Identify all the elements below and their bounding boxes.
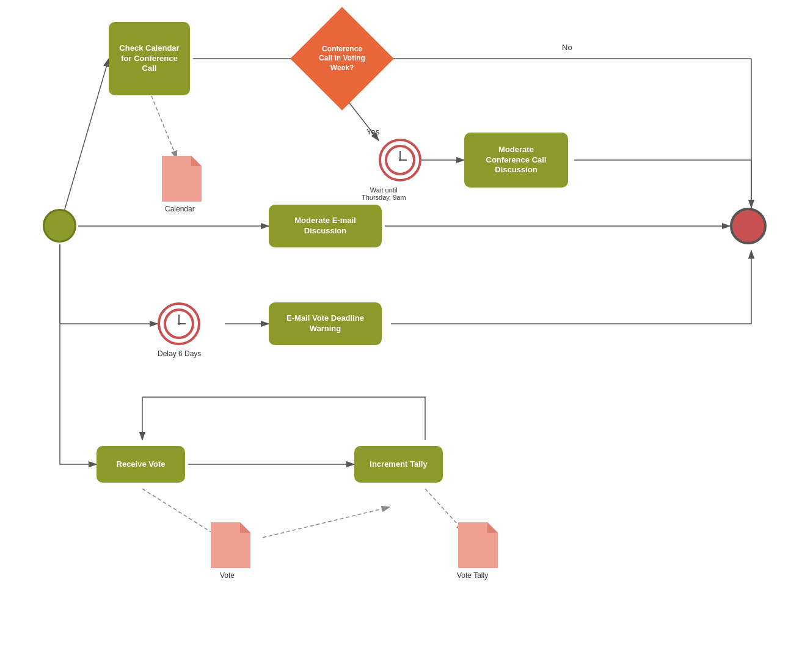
- calendar-doc-label: Calendar: [165, 205, 195, 213]
- start-node: [43, 209, 76, 243]
- wait-thursday-label: Wait until Thursday, 9am: [362, 186, 406, 201]
- svg-text:No: No: [562, 43, 572, 52]
- check-calendar-task: Check Calendar for Conference Call: [109, 22, 190, 95]
- svg-marker-29: [191, 156, 202, 166]
- vote-doc-label: Vote: [220, 571, 235, 580]
- receive-vote-task: Receive Vote: [97, 446, 185, 483]
- diagram-container: No Yes Check Calendar for Conference Cal…: [0, 0, 802, 672]
- svg-line-15: [142, 489, 220, 538]
- moderate-conf-task: Moderate Conference Call Discussion: [464, 133, 568, 188]
- vote-doc: [211, 522, 250, 571]
- svg-marker-31: [240, 522, 250, 533]
- svg-line-16: [263, 507, 390, 538]
- increment-tally-task: Increment Tally: [354, 446, 443, 483]
- conference-decision: Conference Call in Voting Week?: [290, 7, 394, 111]
- end-node: [730, 208, 767, 244]
- vote-tally-doc: [458, 522, 498, 571]
- svg-line-4: [348, 101, 379, 141]
- delay-label: Delay 6 Days: [158, 349, 201, 358]
- svg-line-14: [151, 96, 177, 159]
- svg-line-2: [60, 59, 109, 226]
- vote-tally-doc-label: Vote Tally: [457, 571, 488, 580]
- svg-text:Yes: Yes: [366, 127, 380, 136]
- wait-thursday-clock: [379, 139, 421, 181]
- svg-marker-33: [487, 522, 498, 533]
- calendar-doc: [162, 156, 202, 204]
- delay-clock: [158, 302, 200, 345]
- moderate-email-task: Moderate E-mail Discussion: [269, 205, 382, 247]
- email-vote-deadline-task: E-Mail Vote Deadline Warning: [269, 302, 382, 345]
